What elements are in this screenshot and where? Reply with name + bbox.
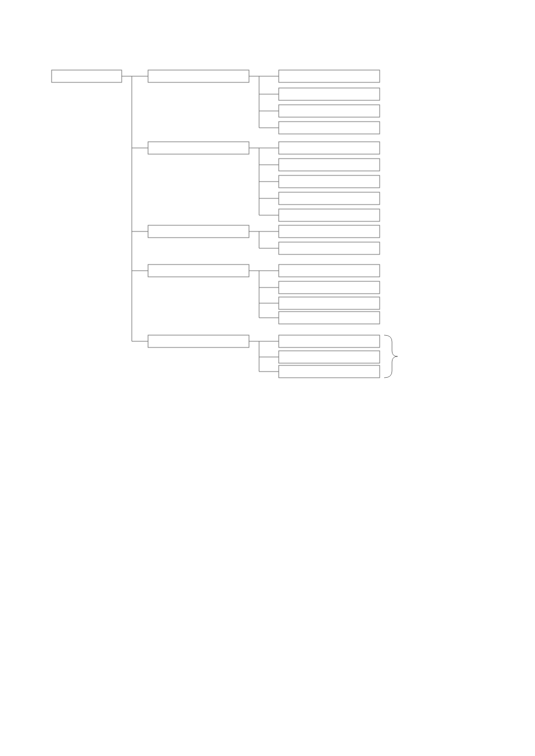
level3-node — [279, 265, 380, 277]
level3-node — [279, 365, 380, 378]
level2-node — [148, 225, 249, 238]
curly-brace-icon — [384, 335, 398, 378]
level2-node — [148, 265, 249, 277]
level3-node — [279, 335, 380, 347]
level3-node — [279, 159, 380, 171]
level3-node — [279, 175, 380, 188]
level2-node — [148, 70, 249, 82]
level3-node — [279, 142, 380, 154]
level3-node — [279, 242, 380, 254]
level3-node — [279, 192, 380, 205]
level3-node — [279, 88, 380, 100]
tree-diagram — [0, 0, 535, 756]
level3-node — [279, 70, 380, 82]
level3-node — [279, 351, 380, 363]
level3-node — [279, 297, 380, 309]
root-node — [52, 70, 122, 82]
level3-node — [279, 105, 380, 117]
level3-node — [279, 281, 380, 294]
level3-node — [279, 225, 380, 238]
level3-node — [279, 312, 380, 324]
level3-node — [279, 209, 380, 221]
level3-node — [279, 122, 380, 134]
level2-node — [148, 142, 249, 154]
level2-node — [148, 335, 249, 347]
